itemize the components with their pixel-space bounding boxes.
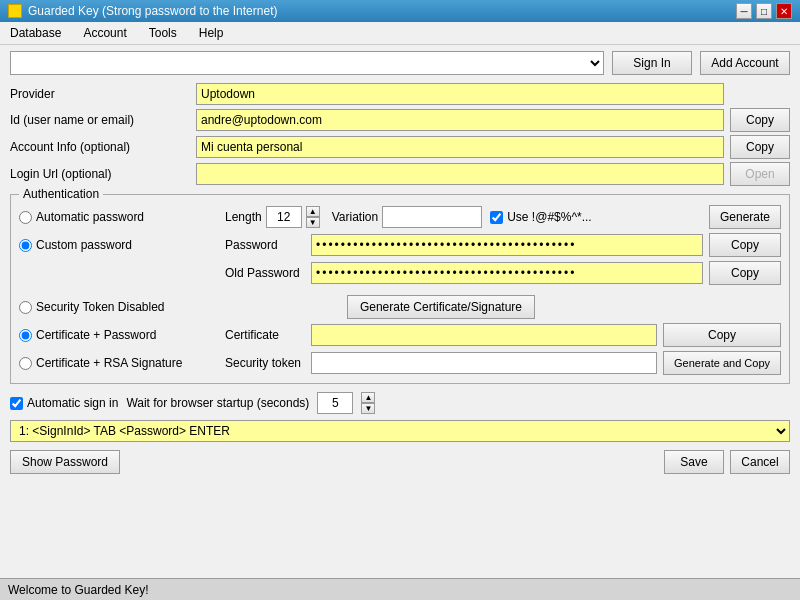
cert-rsa-radio-label[interactable]: Certificate + RSA Signature [19, 356, 219, 370]
status-bar: Welcome to Guarded Key! [0, 578, 800, 600]
menu-account[interactable]: Account [77, 24, 132, 42]
menu-help[interactable]: Help [193, 24, 230, 42]
cert-password-radio[interactable] [19, 329, 32, 342]
bottom-section: Automatic sign in Wait for browser start… [10, 392, 790, 442]
open-button[interactable]: Open [730, 162, 790, 186]
cancel-button[interactable]: Cancel [730, 450, 790, 474]
cert-password-label: Certificate + Password [36, 328, 156, 342]
wait-input[interactable] [317, 392, 353, 414]
length-down-button[interactable]: ▼ [306, 217, 320, 228]
gen-copy-button[interactable]: Generate and Copy [663, 351, 781, 375]
password-copy-button[interactable]: Copy [709, 233, 781, 257]
title-bar-left: Guarded Key (Strong password to the Inte… [8, 4, 277, 18]
security-token-disabled-text: Security Token Disabled [36, 300, 165, 314]
window-controls: ─ □ ✕ [736, 3, 792, 19]
account-info-input[interactable] [196, 136, 724, 158]
auto-signin-label[interactable]: Automatic sign in [10, 396, 118, 410]
sign-in-button[interactable]: Sign In [612, 51, 692, 75]
length-label: Length [225, 210, 262, 224]
custom-password-radio-label[interactable]: Custom password [19, 238, 219, 252]
form-grid: Provider Id (user name or email) Copy Ac… [10, 83, 790, 186]
security-token-row: Security token [225, 352, 657, 374]
custom-password-label: Custom password [36, 238, 132, 252]
top-row: Sign In Add Account [10, 51, 790, 75]
certificate-copy-button[interactable]: Copy [663, 323, 781, 347]
footer-row: Show Password Save Cancel [10, 450, 790, 474]
menu-database[interactable]: Database [4, 24, 67, 42]
menu-tools[interactable]: Tools [143, 24, 183, 42]
wait-down-button[interactable]: ▼ [361, 403, 375, 414]
old-password-label: Old Password [225, 266, 305, 280]
auto-signin-text: Automatic sign in [27, 396, 118, 410]
custom-password-radio[interactable] [19, 239, 32, 252]
auth-grid: Automatic password Length ▲ ▼ Variation … [19, 205, 781, 285]
password-row: Password [225, 234, 703, 256]
login-url-label: Login Url (optional) [10, 165, 190, 183]
action-buttons: Save Cancel [664, 450, 790, 474]
account-dropdown[interactable] [10, 51, 604, 75]
security-token-disabled-label[interactable]: Security Token Disabled [19, 300, 219, 314]
variation-label: Variation [332, 210, 378, 224]
use-symbols-text: Use !@#$%^*... [507, 210, 592, 224]
maximize-button[interactable]: □ [756, 3, 772, 19]
account-info-copy-button[interactable]: Copy [730, 135, 790, 159]
id-label: Id (user name or email) [10, 111, 190, 129]
variation-input[interactable] [382, 206, 482, 228]
auto-signin-checkbox[interactable] [10, 397, 23, 410]
auto-password-radio[interactable] [19, 211, 32, 224]
authentication-group: Authentication Automatic password Length… [10, 194, 790, 384]
cert-rsa-radio[interactable] [19, 357, 32, 370]
security-token-disabled-radio[interactable] [19, 301, 32, 314]
auto-password-radio-label[interactable]: Automatic password [19, 210, 219, 224]
cert-password-radio-label[interactable]: Certificate + Password [19, 328, 219, 342]
auto-signin-row: Automatic sign in Wait for browser start… [10, 392, 790, 414]
add-account-button[interactable]: Add Account [700, 51, 790, 75]
certificate-label: Certificate [225, 328, 305, 342]
password-label: Password [225, 238, 305, 252]
use-symbols-label[interactable]: Use !@#$%^*... [490, 210, 592, 224]
length-row: Length ▲ ▼ Variation Use !@#$%^*... [225, 206, 703, 228]
length-spinner: ▲ ▼ [306, 206, 320, 228]
generate-button[interactable]: Generate [709, 205, 781, 229]
account-dropdown-container [10, 51, 604, 75]
sequence-row: 1: <SignInId> TAB <Password> ENTER [10, 420, 790, 442]
old-password-row: Old Password [225, 262, 703, 284]
length-up-button[interactable]: ▲ [306, 206, 320, 217]
old-password-copy-button[interactable]: Copy [709, 261, 781, 285]
security-token-label: Security token [225, 356, 305, 370]
close-button[interactable]: ✕ [776, 3, 792, 19]
status-text: Welcome to Guarded Key! [8, 583, 149, 597]
wait-up-button[interactable]: ▲ [361, 392, 375, 403]
title-bar: Guarded Key (Strong password to the Inte… [0, 0, 800, 22]
login-url-input[interactable] [196, 163, 724, 185]
provider-input[interactable] [196, 83, 724, 105]
use-symbols-checkbox[interactable] [490, 211, 503, 224]
cert-rsa-label: Certificate + RSA Signature [36, 356, 182, 370]
app-icon [8, 4, 22, 18]
save-button[interactable]: Save [664, 450, 724, 474]
certificate-row: Certificate [225, 324, 657, 346]
wait-spinner: ▲ ▼ [361, 392, 375, 414]
old-password-input[interactable] [311, 262, 703, 284]
security-token-input[interactable] [311, 352, 657, 374]
main-content: Sign In Add Account Provider Id (user na… [0, 45, 800, 480]
sequence-dropdown[interactable]: 1: <SignInId> TAB <Password> ENTER [10, 420, 790, 442]
window-title: Guarded Key (Strong password to the Inte… [28, 4, 277, 18]
minimize-button[interactable]: ─ [736, 3, 752, 19]
id-input[interactable] [196, 109, 724, 131]
wait-label: Wait for browser startup (seconds) [126, 396, 309, 410]
auth-group-title: Authentication [19, 187, 103, 201]
show-password-button[interactable]: Show Password [10, 450, 120, 474]
spacer1 [19, 285, 781, 291]
menu-bar: Database Account Tools Help [0, 22, 800, 45]
gen-cert-container: Generate Certificate/Signature [225, 295, 657, 319]
gen-cert-button[interactable]: Generate Certificate/Signature [347, 295, 535, 319]
id-copy-button[interactable]: Copy [730, 108, 790, 132]
provider-label: Provider [10, 85, 190, 103]
length-input[interactable] [266, 206, 302, 228]
wait-seconds-row: Wait for browser startup (seconds) ▲ ▼ [126, 392, 375, 414]
certificate-input[interactable] [311, 324, 657, 346]
auto-password-label: Automatic password [36, 210, 144, 224]
password-input[interactable] [311, 234, 703, 256]
token-grid: Security Token Disabled Generate Certifi… [19, 295, 781, 375]
